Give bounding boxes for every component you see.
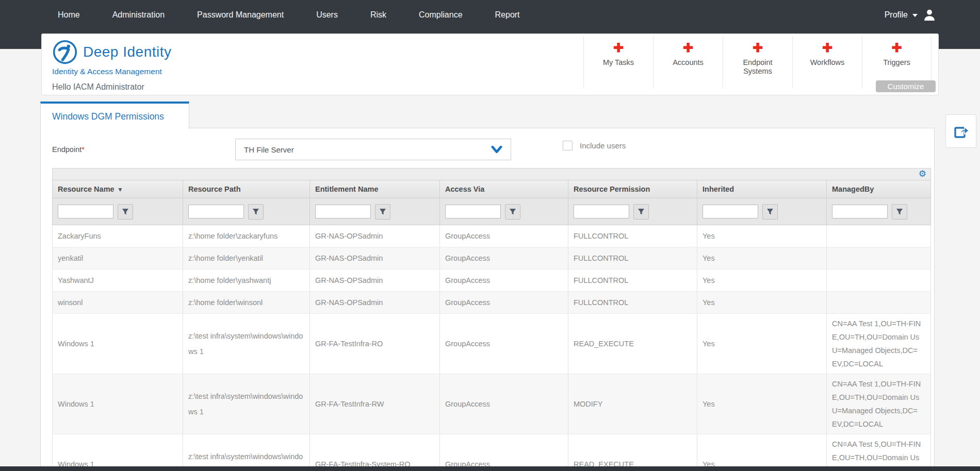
column-header-resource-path[interactable]: Resource Path [183, 180, 310, 198]
funnel-icon [122, 208, 129, 215]
nav-item-administration[interactable]: Administration [112, 10, 165, 20]
funnel-icon [379, 208, 386, 215]
filter-input-managedby[interactable] [832, 205, 888, 218]
filter-funnel-button-resource-permission[interactable] [633, 204, 649, 220]
cell-resource-permission: FULLCONTROL [568, 225, 697, 247]
header-card: Deep Identity Identity & Access Manageme… [41, 33, 939, 95]
nav-item-password-management[interactable]: Password Management [197, 10, 284, 20]
cell-resource-name: YashwantJ [53, 270, 183, 292]
managed-by-line: CN=AA Test 5,OU=TH-FIN [832, 438, 925, 451]
nav-item-home[interactable]: Home [58, 10, 80, 20]
filter-funnel-button-managedby[interactable] [892, 204, 907, 220]
cell-entitlement-name: GR-FA-TestInfra-System-RO [310, 434, 440, 471]
filter-funnel-button-inherited[interactable] [762, 204, 778, 220]
plus-icon: ✚ [654, 41, 723, 55]
table-header-row: Resource Name▼Resource PathEntitlement N… [53, 180, 931, 198]
cell-access-via: GroupAccess [440, 314, 568, 374]
endpoint-dropdown[interactable]: TH File Server [235, 139, 511, 160]
include-users-checkbox[interactable] [563, 141, 573, 150]
filter-input-resource-name[interactable] [58, 205, 113, 218]
cell-resource-path: z:\home folder\zackaryfuns [183, 225, 310, 247]
cell-inherited: Yes [697, 225, 827, 247]
export-button[interactable] [945, 114, 976, 148]
filter-cell-resource-path [183, 198, 310, 225]
managed-by-line: E,OU=TH,OU=Domain Us [832, 391, 925, 404]
table-row[interactable]: yenkatilz:\home folder\yenkatilGR-NAS-OP… [53, 247, 931, 270]
column-header-access-via[interactable]: Access Via [440, 180, 568, 198]
cell-access-via: GroupAccess [440, 225, 568, 247]
table-row[interactable]: Windows 1z:\test infra\system\windows\wi… [53, 374, 931, 434]
column-header-resource-permission[interactable]: Resource Permission [568, 180, 697, 198]
column-header-inherited[interactable]: Inherited [697, 180, 827, 198]
filter-input-entitlement-name[interactable] [315, 205, 371, 218]
cell-resource-name: ZackaryFuns [53, 225, 183, 247]
cell-managed-by [827, 225, 931, 247]
sort-desc-icon: ▼ [119, 187, 122, 192]
plus-icon: ✚ [862, 41, 931, 55]
table-row[interactable]: Windows 1z:\test infra\system\windows\wi… [53, 314, 931, 374]
cell-managed-by: CN=AA Test 5,OU=TH-FINE,OU=TH,OU=Domain … [827, 434, 931, 471]
managed-by-line: U=Managed Objects,DC= [832, 344, 925, 357]
filter-input-access-via[interactable] [445, 205, 501, 218]
cell-managed-by: CN=AA Test 1,OU=TH-FINE,OU=TH,OU=Domain … [827, 374, 931, 434]
deep-identity-logo-icon [52, 39, 78, 65]
cell-resource-name: yenkatil [53, 247, 183, 270]
cell-resource-path: z:\test infra\system\windows\windows 1 [183, 434, 310, 471]
filter-input-inherited[interactable] [703, 205, 758, 218]
column-header-resource-name[interactable]: Resource Name▼ [53, 180, 183, 198]
cell-access-via: GroupAccess [440, 434, 568, 471]
content-panel: Endpoint* TH File Server Include users ⚙… [40, 128, 935, 471]
table-row[interactable]: YashwantJz:\home folder\yashwantjGR-NAS-… [53, 270, 931, 292]
nav-menu: HomeAdministrationPassword ManagementUse… [58, 0, 520, 29]
funnel-icon [252, 208, 259, 215]
plus-icon: ✚ [584, 41, 653, 55]
cell-resource-path: z:\home folder\yenkatil [183, 247, 310, 270]
gear-icon[interactable]: ⚙ [919, 170, 926, 178]
filter-input-resource-permission[interactable] [574, 205, 629, 218]
cell-inherited: Yes [697, 434, 827, 471]
quick-action-accounts[interactable]: ✚Accounts [653, 36, 723, 88]
cell-managed-by [827, 270, 931, 292]
profile-menu[interactable]: Profile [885, 0, 937, 29]
brand-subtitle: Identity & Access Management [52, 67, 162, 76]
quick-action-workflows[interactable]: ✚Workflows [792, 36, 862, 88]
filter-funnel-button-resource-name[interactable] [118, 204, 133, 220]
managed-by-line: E,OU=TH,OU=Domain Us [832, 451, 925, 464]
quick-action-label: Triggers [871, 58, 923, 67]
managed-by-line: EV,DC=LOCAL [832, 357, 925, 371]
quick-action-label: Workflows [802, 58, 853, 67]
managed-by-line: U=Managed Objects,DC= [832, 404, 925, 417]
filter-funnel-button-entitlement-name[interactable] [375, 204, 390, 220]
cell-access-via: GroupAccess [440, 270, 568, 292]
nav-item-compliance[interactable]: Compliance [419, 10, 462, 20]
table-row[interactable]: ZackaryFunsz:\home folder\zackaryfunsGR-… [53, 225, 931, 247]
column-header-managedby[interactable]: ManagedBy [827, 180, 931, 198]
filter-cell-managedby [827, 198, 931, 225]
cell-access-via: GroupAccess [440, 247, 568, 270]
customize-button[interactable]: Customize [876, 80, 936, 92]
filter-input-resource-path[interactable] [188, 205, 244, 218]
tab-windows-dgm-permissions[interactable]: Windows DGM Permissions [40, 102, 189, 129]
table-row[interactable]: Windows 1z:\test infra\system\windows\wi… [53, 434, 931, 471]
quick-action-triggers[interactable]: ✚Triggers [862, 36, 932, 88]
quick-action-endpoint-systems[interactable]: ✚Endpoint Systems [723, 36, 792, 88]
column-header-entitlement-name[interactable]: Entitlement Name [310, 180, 440, 198]
cell-resource-path: z:\home folder\yashwantj [183, 270, 310, 292]
bottom-bar [0, 466, 980, 471]
endpoint-label-text: Endpoint [52, 145, 81, 154]
filter-cell-resource-permission [568, 198, 697, 225]
nav-item-risk[interactable]: Risk [370, 10, 386, 20]
managed-by-line: CN=AA Test 1,OU=TH-FIN [832, 377, 925, 391]
nav-item-users[interactable]: Users [316, 10, 338, 20]
filter-funnel-button-resource-path[interactable] [248, 204, 264, 220]
cell-resource-permission: FULLCONTROL [568, 270, 697, 292]
required-asterisk: * [81, 145, 85, 154]
managed-by-line: CN=AA Test 1,OU=TH-FIN [832, 317, 925, 330]
table-row[interactable]: winsonlz:\home folder\winsonlGR-NAS-OPSa… [53, 292, 931, 314]
filter-cell-inherited [697, 198, 827, 225]
filter-funnel-button-access-via[interactable] [505, 204, 520, 220]
quick-action-my-tasks[interactable]: ✚My Tasks [583, 36, 653, 88]
funnel-icon [896, 208, 903, 215]
quick-action-label: My Tasks [593, 58, 644, 67]
nav-item-report[interactable]: Report [495, 10, 520, 20]
